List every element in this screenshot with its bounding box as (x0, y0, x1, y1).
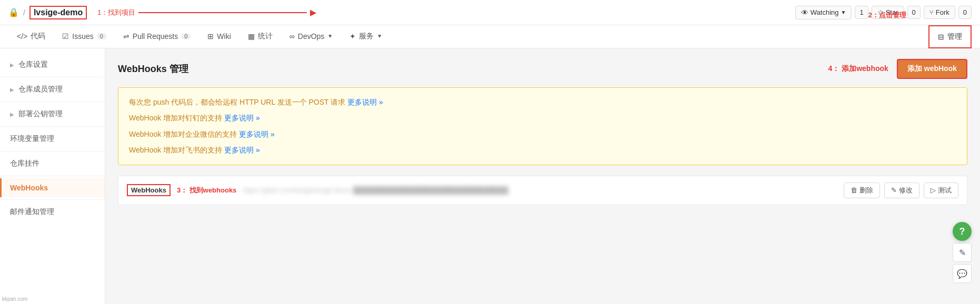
code-icon: </> (17, 32, 27, 40)
tab-devops[interactable]: ∞ DevOps ▼ (281, 25, 341, 48)
webhook-url: https://gitee.com/lvsige/lvsige-demo ███… (243, 186, 508, 194)
sidebar-item-webhooks[interactable]: WebHooks (0, 178, 105, 197)
repo-name[interactable]: lvsige-demo (29, 6, 87, 19)
services-icon: ✦ (349, 32, 356, 40)
eye-icon: 👁 (801, 8, 808, 17)
info-link-3[interactable]: 更多说明 » (239, 130, 275, 138)
edit-button[interactable]: ✎ 修改 (884, 183, 919, 198)
webhook-row: WebHooks 3： 找到webhooks https://gitee.com… (118, 176, 967, 205)
wiki-icon: ⊞ (207, 32, 214, 40)
page-title: WebHooks 管理 (118, 63, 188, 75)
arrow-head-icon: ▶ (310, 7, 316, 17)
add-webhook-button[interactable]: 添加 webHook (897, 59, 967, 79)
info-box: 每次您 push 代码后，都会给远程 HTTP URL 发送一个 POST 请求… (118, 87, 967, 165)
pr-badge: 0 (181, 33, 191, 39)
top-bar-left: 🔒 / lvsige-demo 1：找到项目 ▶ (8, 6, 316, 19)
services-chevron-icon: ▼ (377, 33, 382, 39)
trash-icon: 🗑 (851, 186, 857, 194)
lock-icon: 🔒 (8, 7, 19, 17)
annotation-4: 4： 添加webhook (828, 64, 888, 74)
tab-manage[interactable]: ⊟ 管理 (928, 25, 972, 48)
info-link-4[interactable]: 更多说明 » (224, 146, 260, 154)
floating-chat-icon: 💬 (957, 269, 967, 279)
fork-count[interactable]: 0 (958, 6, 972, 19)
edit-icon: ✎ (891, 186, 897, 194)
sidebar-item-widgets[interactable]: 仓库挂件 (0, 154, 105, 174)
star-count[interactable]: 0 (907, 6, 921, 19)
sidebar: ▶ 仓库设置 ▶ 仓库成员管理 ▶ 部署公钥管理 环境变量管理 仓库挂件 Web… (0, 48, 105, 304)
sidebar-item-email-notify[interactable]: 邮件通知管理 (0, 202, 105, 222)
chevron-down-icon: ▼ (841, 9, 846, 15)
info-link-1[interactable]: 更多说明 » (347, 98, 383, 106)
issues-icon: ☑ (62, 32, 69, 40)
tab-issues[interactable]: ☑ Issues 0 (54, 25, 115, 48)
test-button[interactable]: ▷ 测试 (924, 183, 958, 198)
watermark: kkpan.com (2, 296, 27, 302)
help-icon: ? (959, 226, 965, 237)
info-line-4: WebHook 增加对飞书的支持 更多说明 » (129, 144, 956, 156)
watching-count[interactable]: 1 (855, 6, 868, 19)
test-icon: ▷ (931, 186, 936, 194)
manage-icon: ⊟ (938, 33, 944, 41)
content-header-right: 4： 添加webhook 添加 webHook (828, 59, 967, 79)
devops-icon: ∞ (289, 32, 295, 40)
webhook-row-left: WebHooks 3： 找到webhooks https://gitee.com… (127, 184, 508, 196)
main-layout: ▶ 仓库设置 ▶ 仓库成员管理 ▶ 部署公钥管理 环境变量管理 仓库挂件 Web… (0, 48, 980, 304)
chevron-right-icon-2: ▶ (10, 87, 14, 93)
sidebar-item-members[interactable]: ▶ 仓库成员管理 (0, 79, 105, 99)
watching-button[interactable]: 👁 Watching ▼ (795, 6, 852, 19)
tab-stats[interactable]: ▦ 统计 (239, 25, 281, 48)
floating-chat-button[interactable]: 💬 (953, 264, 972, 283)
annotation-2: 2：点击管理 (868, 11, 906, 20)
sidebar-item-deploy-keys[interactable]: ▶ 部署公钥管理 (0, 104, 105, 124)
tab-wiki[interactable]: ⊞ Wiki (199, 25, 239, 48)
floating-help-button[interactable]: ? (953, 222, 972, 241)
annotation-arrow (138, 12, 307, 13)
stats-icon: ▦ (248, 32, 255, 40)
top-bar: 🔒 / lvsige-demo 1：找到项目 ▶ 👁 Watching ▼ 1 … (0, 0, 980, 25)
webhooks-label: WebHooks (127, 184, 171, 196)
issues-badge: 0 (97, 33, 106, 39)
fork-button[interactable]: ⑂ Fork (924, 6, 955, 19)
sidebar-item-env[interactable]: 环境变量管理 (0, 129, 105, 149)
annotation-3: 3： 找到webhooks (177, 186, 236, 195)
chevron-right-icon-3: ▶ (10, 112, 14, 117)
sidebar-item-repo-settings[interactable]: ▶ 仓库设置 (0, 55, 105, 75)
floating-edit-icon: ✎ (959, 248, 966, 258)
info-link-2[interactable]: 更多说明 » (224, 114, 260, 122)
repo-user: / (23, 8, 25, 17)
info-line-3: WebHook 增加对企业微信的支持 更多说明 » (129, 128, 956, 140)
fork-icon: ⑂ (929, 8, 934, 16)
content-area: WebHooks 管理 4： 添加webhook 添加 webHook 每次您 … (105, 48, 980, 304)
tab-services[interactable]: ✦ 服务 ▼ (341, 25, 391, 48)
nav-tabs: 2：点击管理 </> 代码 ☑ Issues 0 ⇌ Pull Requests… (0, 25, 980, 48)
devops-chevron-icon: ▼ (327, 33, 333, 39)
pullrequest-icon: ⇌ (123, 32, 129, 40)
annotation-1: 1：找到项目 ▶ (97, 7, 316, 17)
tab-pullrequests[interactable]: ⇌ Pull Requests 0 (115, 25, 199, 48)
tab-code[interactable]: </> 代码 (8, 25, 54, 48)
info-line-2: WebHook 增加对钉钉的支持 更多说明 » (129, 112, 956, 124)
chevron-right-icon: ▶ (10, 62, 14, 68)
delete-button[interactable]: 🗑 删除 (844, 183, 880, 198)
content-header: WebHooks 管理 4： 添加webhook 添加 webHook (118, 59, 967, 79)
floating-edit-button[interactable]: ✎ (953, 243, 972, 262)
webhook-actions: 🗑 删除 ✎ 修改 ▷ 测试 (844, 183, 958, 198)
info-line-1: 每次您 push 代码后，都会给远程 HTTP URL 发送一个 POST 请求… (129, 96, 956, 108)
